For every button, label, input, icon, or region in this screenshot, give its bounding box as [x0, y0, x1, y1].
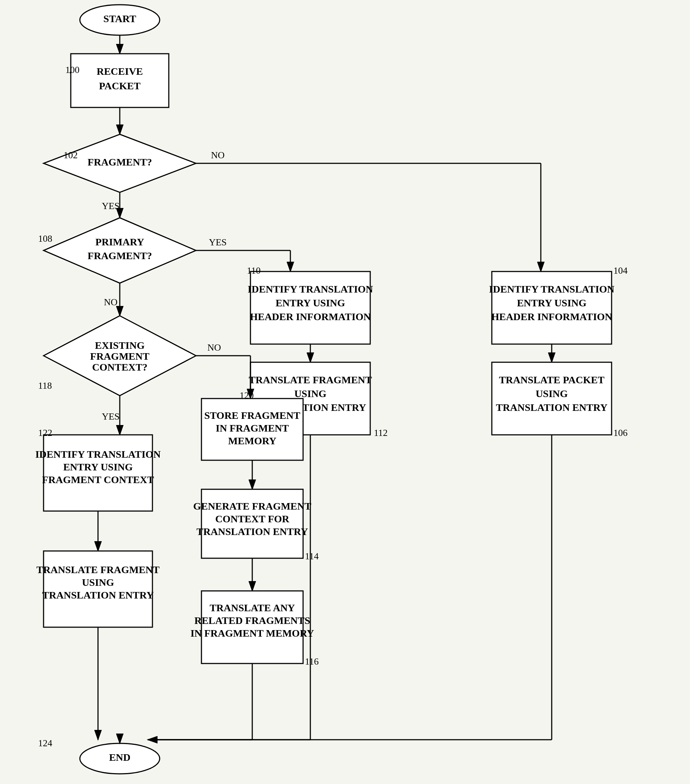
id-122-l3: FRAGMENT CONTEXT [42, 474, 154, 485]
no-label-3: NO [207, 342, 221, 353]
start-label: START [104, 13, 137, 24]
existing-l3: CONTEXT? [92, 362, 147, 373]
id-110-l1: IDENTIFY TRANSLATION [247, 283, 373, 295]
ref-108: 108 [38, 233, 52, 244]
ref-116: 116 [305, 656, 319, 667]
store-l1: STORE FRAGMENT [204, 410, 301, 421]
tr-112-l2: USING [294, 388, 327, 399]
translate-116-box [201, 591, 303, 664]
tr-116-l2: RELATED FRAGMENTS [194, 615, 310, 626]
ref-124: 124 [38, 738, 52, 748]
tr-left-l3: TRANSLATION ENTRY [42, 590, 153, 601]
id-104-l2: ENTRY USING [517, 297, 586, 308]
ref-104: 104 [613, 265, 627, 276]
gen-l3: TRANSLATION ENTRY [196, 526, 308, 537]
id-122-l1: IDENTIFY TRANSLATION [35, 449, 161, 460]
tr-116-l3: IN FRAGMENT MEMORY [191, 628, 315, 639]
yes-label-3: YES [102, 411, 119, 422]
id-104-l1: IDENTIFY TRANSLATION [489, 283, 614, 295]
receive-packet-label2: PACKET [99, 80, 141, 91]
existing-l1: EXISTING [95, 340, 145, 351]
ref-110: 110 [247, 265, 260, 276]
id-122-l2: ENTRY USING [63, 461, 133, 473]
existing-l2: FRAGMENT [90, 351, 150, 362]
ref-102: 102 [64, 150, 78, 160]
ref-122: 122 [38, 428, 52, 438]
no-label-2: NO [104, 297, 118, 308]
ref-100: 100 [65, 64, 79, 75]
id-110-l3: HEADER INFORMATION [250, 311, 371, 322]
ref-118: 118 [38, 380, 52, 391]
tr-left-l2: USING [82, 577, 114, 588]
tr-106-l2: USING [536, 388, 568, 399]
tr-106-l3: TRANSLATION ENTRY [496, 402, 607, 413]
ref-112: 112 [374, 428, 388, 438]
tr-116-l1: TRANSLATE ANY [209, 602, 295, 613]
yes-label-2: YES [209, 237, 227, 247]
store-l3: MEMORY [228, 435, 277, 446]
translate-left-box [44, 551, 152, 627]
end-label: END [109, 752, 130, 763]
yes-label-1: YES [102, 201, 119, 211]
primary-frag-label1: PRIMARY [96, 236, 144, 247]
ref-106: 106 [613, 428, 627, 438]
store-l2: IN FRAGMENT [216, 422, 289, 434]
receive-packet-label1: RECEIVE [97, 66, 143, 77]
ref-120: 120 [240, 390, 254, 401]
ref-114: 114 [305, 551, 319, 562]
gen-l1: GENERATE FRAGMENT [193, 501, 311, 512]
tr-106-l1: TRANSLATE PACKET [499, 374, 605, 385]
diagram-container: START RECEIVE PACKET 100 FRAGMENT? 102 Y… [0, 0, 690, 784]
no-label-1: NO [211, 150, 225, 160]
fragment-label: FRAGMENT? [87, 156, 152, 168]
gen-l2: CONTEXT FOR [215, 513, 290, 524]
id-110-l2: ENTRY USING [275, 297, 345, 308]
primary-frag-label2: FRAGMENT? [87, 250, 152, 261]
tr-left-l1: TRANSLATE FRAGMENT [36, 564, 160, 575]
id-104-l3: HEADER INFORMATION [491, 311, 612, 322]
tr-112-l1: TRANSLATE FRAGMENT [249, 374, 372, 385]
identify-122-box [44, 435, 152, 511]
